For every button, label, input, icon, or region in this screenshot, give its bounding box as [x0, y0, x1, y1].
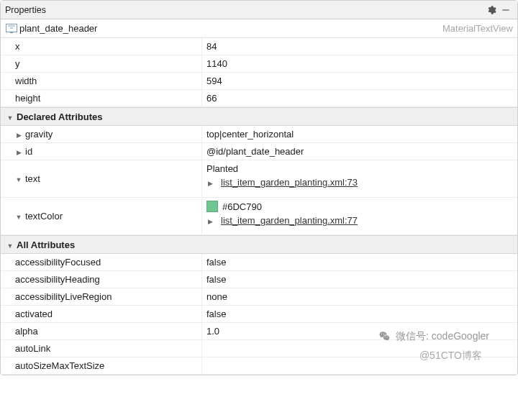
chevron-down-icon	[15, 212, 22, 221]
chevron-right-icon	[206, 216, 214, 225]
prop-label: alpha	[15, 326, 38, 337]
resource-link[interactable]: list_item_garden_planting.xml:77	[221, 215, 358, 226]
panel-title: Properties	[5, 5, 484, 15]
prop-row-y[interactable]: y 1140	[1, 55, 517, 73]
prop-row-gravity[interactable]: gravity top|center_horizontal	[1, 126, 517, 143]
color-swatch	[206, 201, 218, 212]
prop-value: top|center_horizontal	[206, 129, 517, 140]
prop-row-text[interactable]: text Planted list_item_garden_planting.x…	[1, 160, 517, 198]
prop-row-x[interactable]: x 84	[1, 38, 517, 55]
chevron-right-icon	[15, 130, 22, 139]
prop-label: textColor	[25, 211, 63, 222]
prop-value: none	[206, 291, 517, 302]
minimize-icon[interactable]	[499, 3, 513, 17]
prop-label: activated	[15, 309, 53, 319]
prop-label: height	[15, 93, 40, 104]
prop-label: id	[25, 146, 32, 157]
textview-icon	[5, 24, 18, 34]
prop-label: x	[15, 41, 20, 52]
prop-row[interactable]: autoSizeMaxTextSize	[1, 357, 517, 375]
prop-value: #6DC790	[222, 201, 262, 212]
prop-label: accessibilityLiveRegion	[15, 291, 112, 302]
chevron-right-icon	[15, 147, 22, 156]
prop-value: 594	[206, 76, 517, 86]
prop-value: 1.0	[206, 326, 517, 337]
chevron-down-icon	[6, 241, 14, 250]
prop-label: accessibilityFocused	[15, 257, 101, 268]
section-declared-attributes[interactable]: Declared Attributes	[1, 107, 517, 126]
prop-value: 84	[206, 41, 517, 52]
element-name: plant_date_header	[19, 23, 442, 34]
chevron-right-icon	[206, 178, 214, 187]
prop-row[interactable]: accessibilityLiveRegion none	[1, 288, 517, 306]
prop-row[interactable]: activated false	[1, 306, 517, 323]
prop-value: @id/plant_date_header	[206, 146, 517, 157]
prop-value: false	[206, 257, 517, 268]
prop-label: accessibilityHeading	[15, 274, 100, 285]
prop-value: Planted	[206, 163, 238, 174]
section-label: All Attributes	[17, 239, 75, 250]
prop-row-id[interactable]: id @id/plant_date_header	[1, 143, 517, 160]
section-label: Declared Attributes	[17, 111, 102, 122]
prop-label: width	[15, 76, 37, 86]
prop-value: false	[206, 309, 517, 319]
gear-icon[interactable]	[484, 3, 499, 17]
prop-label: autoSizeMaxTextSize	[15, 360, 104, 371]
prop-row[interactable]: accessibilityFocused false	[1, 254, 517, 271]
svg-rect-0	[502, 9, 509, 10]
resource-link[interactable]: list_item_garden_planting.xml:73	[221, 177, 358, 188]
chevron-down-icon	[15, 175, 22, 183]
prop-label: text	[25, 173, 40, 184]
prop-label: autoLink	[15, 343, 50, 354]
prop-row-width[interactable]: width 594	[1, 73, 517, 90]
prop-value: false	[206, 274, 517, 285]
prop-row-height[interactable]: height 66	[1, 90, 517, 107]
prop-value: 66	[206, 93, 517, 104]
prop-row[interactable]: accessibilityHeading false	[1, 271, 517, 288]
prop-label: gravity	[25, 129, 53, 140]
section-all-attributes[interactable]: All Attributes	[1, 235, 517, 254]
element-class: MaterialTextView	[442, 23, 513, 34]
prop-row[interactable]: alpha 1.0	[1, 323, 517, 340]
prop-value: 1140	[206, 58, 517, 69]
chevron-down-icon	[6, 113, 14, 122]
prop-row-textcolor[interactable]: textColor #6DC790 list_item_garden_plant…	[1, 198, 517, 235]
svg-rect-2	[10, 32, 13, 33]
prop-label: y	[15, 58, 20, 69]
prop-row[interactable]: autoLink	[1, 340, 517, 357]
